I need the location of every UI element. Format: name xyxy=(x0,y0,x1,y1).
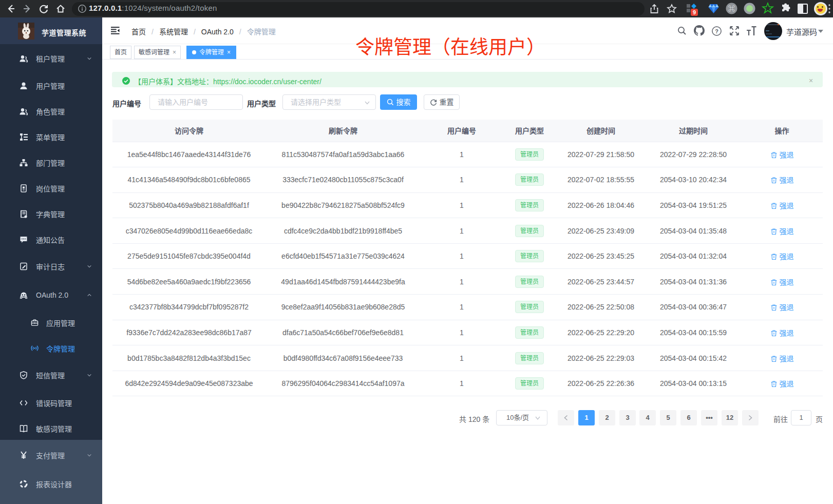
svg-text:9: 9 xyxy=(693,9,696,15)
svg-text:⌘: ⌘ xyxy=(728,5,735,12)
svg-text:?: ? xyxy=(715,28,718,34)
